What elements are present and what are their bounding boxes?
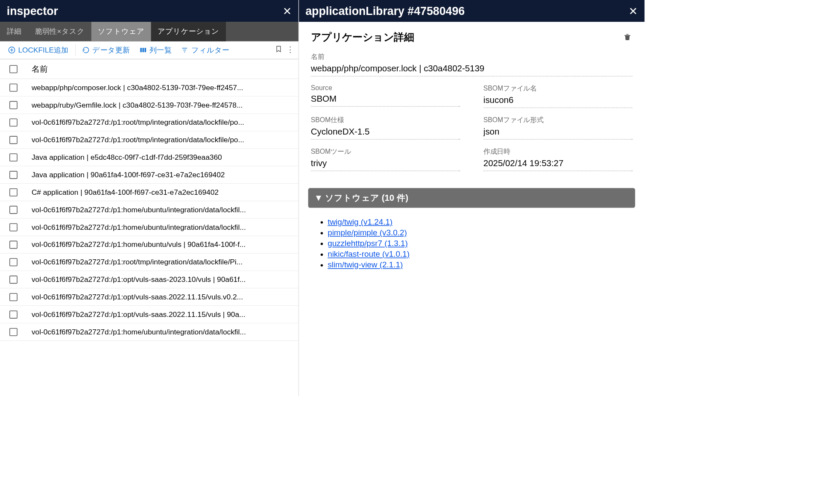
checkbox-cell [0,188,27,196]
inspector-header: inspector ✕ [0,0,299,22]
row-checkbox[interactable] [9,311,18,319]
table-row[interactable]: vol-0c61f6f97b2a2727d:/p1:root/tmp/integ… [0,131,299,149]
row-name: Java application | 90a61fa4-100f-f697-ce… [27,170,299,179]
row-name: vol-0c61f6f97b2a2727d:/p1:root/tmp/integ… [27,135,299,144]
table-row[interactable]: vol-0c61f6f97b2a2727d:/p1:opt/vuls-saas.… [0,288,299,306]
close-icon[interactable]: ✕ [283,6,292,16]
more-icon[interactable]: ⋮ [285,43,296,58]
field-label: SBOM仕様 [311,115,460,124]
filter-icon [181,46,188,53]
columns-label: 列一覧 [149,45,172,55]
software-link[interactable]: pimple/pimple (v3.0.2) [328,228,407,237]
detail-area: アプリケーション詳細 名前 webapp/php/composer.lock |… [299,22,645,182]
tab-software[interactable]: ソフトウェア [91,22,151,41]
row-checkbox[interactable] [9,258,18,266]
checkbox-cell [0,293,27,301]
table-row[interactable]: vol-0c61f6f97b2a2727d:/p1:home/ubuntu/in… [0,201,299,219]
software-link[interactable]: twig/twig (v1.24.1) [328,217,392,226]
row-checkbox[interactable] [9,118,18,126]
detail-title: applicationLibrary #47580496 [305,4,465,18]
field-value: json [483,126,633,140]
select-all-checkbox[interactable] [9,65,18,73]
field-source: Source SBOM [311,84,460,108]
svg-rect-5 [145,48,146,52]
row-checkbox[interactable] [9,171,18,179]
checkbox-cell [0,136,27,144]
row-checkbox[interactable] [9,101,18,109]
row-checkbox[interactable] [9,223,18,231]
field-value: 2025/02/14 19:53:27 [483,158,633,171]
toolbar: LOCKFILE追加 データ更新 列一覧 フィルター ⋮ [0,41,299,59]
row-checkbox[interactable] [9,83,18,91]
table-body: webapp/php/composer.lock | c30a4802-5139… [0,79,299,396]
list-item: nikic/fast-route (v1.0.1) [328,249,644,259]
table-row[interactable]: vol-0c61f6f97b2a2727d:/p1:home/ubuntu/in… [0,323,299,341]
row-name: vol-0c61f6f97b2a2727d:/p1:opt/vuls-saas.… [27,310,299,319]
row-checkbox[interactable] [9,188,18,196]
row-checkbox[interactable] [9,153,18,161]
software-link[interactable]: nikic/fast-route (v1.0.1) [328,249,410,258]
name-column-header[interactable]: 名前 [27,64,299,74]
chevron-down-icon: ▼ [314,193,323,203]
checkbox-cell [0,101,27,109]
trash-icon[interactable] [623,32,633,43]
table-row[interactable]: Java application | e5dc48cc-09f7-c1df-f7… [0,149,299,166]
software-link[interactable]: slim/twig-view (2.1.1) [328,260,403,269]
table-row[interactable]: C# application | 90a61fa4-100f-f697-ce31… [0,184,299,201]
table-row[interactable]: vol-0c61f6f97b2a2727d:/p1:opt/vuls-saas-… [0,271,299,288]
tabs: 詳細 脆弱性×タスク ソフトウェア アプリケーション [0,22,299,41]
field-value: SBOM [311,94,460,107]
checkbox-cell [0,275,27,284]
row-checkbox[interactable] [9,275,18,284]
table-row[interactable]: webapp/ruby/Gemfile.lock | c30a4802-5139… [0,97,299,114]
plus-circle-icon [8,46,15,53]
field-sbom-spec: SBOM仕様 CycloneDX-1.5 [311,115,460,140]
table-row[interactable]: vol-0c61f6f97b2a2727d:/p1:opt/vuls-saas.… [0,306,299,323]
svg-rect-4 [143,48,144,52]
tab-vuln-task[interactable]: 脆弱性×タスク [28,22,91,41]
row-name: webapp/ruby/Gemfile.lock | c30a4802-5139… [27,100,299,109]
bookmark-icon[interactable] [272,42,285,58]
close-icon[interactable]: ✕ [629,6,638,16]
row-name: vol-0c61f6f97b2a2727d:/p1:home/ubuntu/in… [27,328,299,336]
add-lockfile-button[interactable]: LOCKFILE追加 [3,42,73,58]
row-checkbox[interactable] [9,136,18,144]
row-checkbox[interactable] [9,328,18,336]
checkbox-cell [0,328,27,336]
table-row[interactable]: vol-0c61f6f97b2a2727d:/p1:home/ubuntu/in… [0,219,299,236]
table-row[interactable]: vol-0c61f6f97b2a2727d:/p1:root/tmp/integ… [0,253,299,271]
checkbox-cell [0,83,27,91]
list-item: pimple/pimple (v3.0.2) [328,228,644,237]
columns-button[interactable]: 列一覧 [135,42,176,58]
table-row[interactable]: vol-0c61f6f97b2a2727d:/p1:root/tmp/integ… [0,114,299,131]
checkbox-cell [0,240,27,249]
tab-detail[interactable]: 詳細 [0,22,28,41]
table-row[interactable]: Java application | 90a61fa4-100f-f697-ce… [0,166,299,184]
software-link[interactable]: guzzlehttp/psr7 (1.3.1) [328,239,408,248]
software-section-label: ソフトウェア (10 件) [325,192,408,204]
filter-button[interactable]: フィルター [176,42,234,58]
svg-rect-3 [141,48,142,52]
add-lockfile-label: LOCKFILE追加 [18,45,68,55]
tab-application[interactable]: アプリケーション [151,22,226,41]
software-section-header[interactable]: ▼ ソフトウェア (10 件) [308,188,636,208]
table-row[interactable]: vol-0c61f6f97b2a2727d:/p1:home/ubuntu/vu… [0,236,299,254]
select-all-cell [0,65,27,73]
field-label: 名前 [311,53,633,62]
row-checkbox[interactable] [9,240,18,249]
row-checkbox[interactable] [9,293,18,301]
checkbox-cell [0,258,27,266]
row-name: vol-0c61f6f97b2a2727d:/p1:root/tmp/integ… [27,258,299,266]
separator [75,44,76,56]
field-name: 名前 webapp/php/composer.lock | c30a4802-5… [311,53,633,77]
field-sbom-file: SBOMファイル名 isucon6 [483,84,633,108]
row-checkbox[interactable] [9,205,18,214]
field-value: trivy [311,158,460,171]
field-label: SBOMファイル名 [483,84,633,93]
inspector-panel: inspector ✕ 詳細 脆弱性×タスク ソフトウェア アプリケーション L… [0,0,299,396]
row-name: vol-0c61f6f97b2a2727d:/p1:opt/vuls-saas.… [27,293,299,301]
row-name: C# application | 90a61fa4-100f-f697-ce31… [27,188,299,196]
table-row[interactable]: webapp/php/composer.lock | c30a4802-5139… [0,79,299,97]
refresh-button[interactable]: データ更新 [78,42,135,58]
field-sbom-tool: SBOMツール trivy [311,147,460,171]
